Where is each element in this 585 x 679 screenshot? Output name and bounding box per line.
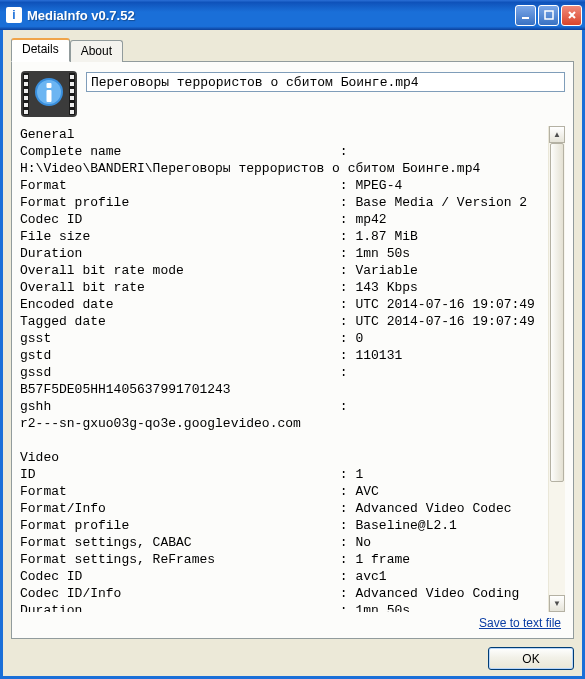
svg-rect-19 [47,83,52,88]
svg-rect-15 [70,103,74,107]
tab-about[interactable]: About [70,40,123,62]
tab-strip: Details About [11,38,574,62]
scroll-up-button[interactable]: ▲ [549,126,565,143]
window-controls [515,5,582,26]
link-row: Save to text file [20,612,565,630]
button-row: OK [11,639,574,670]
tab-details[interactable]: Details [11,38,70,62]
svg-rect-6 [24,82,28,86]
info-area: General Complete name : H:\Video\BANDERI… [20,126,565,612]
window-title: MediaInfo v0.7.52 [27,8,515,23]
svg-rect-12 [70,82,74,86]
mediainfo-icon [20,70,78,118]
svg-rect-13 [70,89,74,93]
filename-input[interactable] [86,72,565,92]
title-bar: i MediaInfo v0.7.52 [0,0,585,30]
close-button[interactable] [561,5,582,26]
scroll-thumb[interactable] [550,143,564,482]
svg-rect-0 [522,17,529,19]
client-area: Details About General Comple [0,30,585,679]
svg-rect-8 [24,96,28,100]
app-icon: i [6,7,22,23]
svg-rect-1 [545,11,553,19]
file-row [20,70,565,118]
save-to-text-link[interactable]: Save to text file [479,616,561,630]
svg-rect-10 [24,110,28,114]
tab-panel: General Complete name : H:\Video\BANDERI… [11,61,574,639]
ok-button[interactable]: OK [488,647,574,670]
svg-rect-9 [24,103,28,107]
svg-rect-4 [69,73,75,115]
svg-rect-14 [70,96,74,100]
svg-rect-16 [70,110,74,114]
vertical-scrollbar[interactable]: ▲ ▼ [548,126,565,612]
svg-rect-7 [24,89,28,93]
scroll-track[interactable] [549,143,565,595]
maximize-button[interactable] [538,5,559,26]
svg-rect-20 [47,90,52,102]
svg-rect-3 [23,73,29,115]
scroll-down-button[interactable]: ▼ [549,595,565,612]
minimize-button[interactable] [515,5,536,26]
info-text: General Complete name : H:\Video\BANDERI… [20,126,548,612]
svg-rect-11 [70,75,74,79]
svg-rect-5 [24,75,28,79]
